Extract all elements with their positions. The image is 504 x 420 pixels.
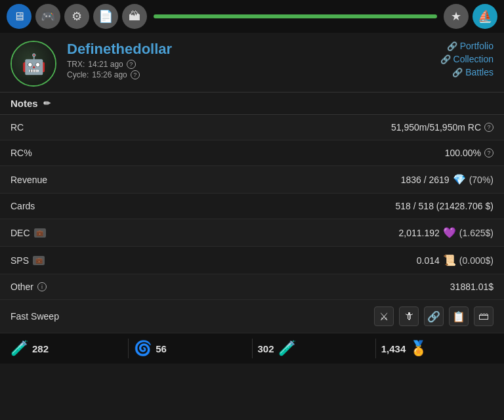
notes-edit-icon[interactable]: ✏: [43, 98, 51, 108]
cycle-meta: Cycle: 15:26 ago ?: [67, 70, 408, 79]
revenue-value: 1836 / 2619 💎 (70%): [401, 173, 494, 186]
bottom-bar: 🧪 282 🌀 56 302 🧪 1,434 🏅: [0, 333, 504, 364]
dec-label: DEC 💼: [10, 228, 46, 238]
progress-bar: [154, 14, 437, 18]
gamepad-nav-btn[interactable]: 🎮: [35, 4, 60, 29]
avatar-image: 🤖: [12, 42, 55, 85]
top-nav: 🖥 🎮 ⚙ 📄 🏔 ★ ⛵: [0, 0, 504, 33]
rc-percent-row: RC% 100.00% ?: [0, 140, 504, 166]
link-icon-battles: 🔗: [452, 68, 463, 77]
count-icon: 🧪: [278, 340, 296, 357]
portfolio-link[interactable]: 🔗 Portfolio: [447, 41, 494, 51]
other-info-icon[interactable]: i: [37, 282, 47, 291]
portfolio-link-label: Portfolio: [460, 41, 494, 51]
rc-value: 51,950m/51,950m RC ?: [391, 122, 494, 133]
revenue-row: Revenue 1836 / 2619 💎 (70%): [0, 166, 504, 194]
rc-percent-info-icon[interactable]: ?: [484, 148, 494, 158]
sps-value: 0.014 📜 (0.000$): [417, 254, 494, 266]
avatar: 🤖: [10, 41, 56, 87]
dec-row: DEC 💼 2,011.192 💜 (1.625$): [0, 219, 504, 247]
notes-label: Notes: [10, 98, 38, 109]
trx-info-icon[interactable]: ?: [127, 60, 136, 69]
count-stat: 302 🧪: [258, 340, 370, 357]
person-nav-btn[interactable]: 🏔: [122, 4, 147, 29]
sweep-icons-group: ⚔ 🗡 🔗 📋 🗃: [374, 306, 494, 326]
rc-info-icon[interactable]: ?: [484, 123, 494, 132]
cards-label: Cards: [10, 201, 35, 211]
sweep-btn-3[interactable]: 🔗: [424, 306, 444, 326]
cycle-info-icon[interactable]: ?: [131, 70, 140, 79]
divider-2: [252, 339, 253, 358]
dec-wallet-icon: 💼: [34, 228, 46, 238]
profile-info: Definethedollar TRX: 14:21 ago ? Cycle: …: [56, 41, 408, 79]
score-icon: 🏅: [410, 340, 427, 357]
rc-label: RC: [10, 122, 24, 133]
link-icon-portfolio: 🔗: [447, 41, 457, 51]
sweep-btn-4[interactable]: 📋: [449, 306, 469, 326]
document-nav-btn[interactable]: 📄: [93, 4, 118, 29]
sweep-btn-5[interactable]: 🗃: [474, 306, 494, 326]
count-value: 302: [258, 343, 274, 354]
spin-icon: 🌀: [134, 340, 152, 357]
sweep-btn-2[interactable]: 🗡: [399, 306, 419, 326]
sps-wallet-icon: 💼: [33, 256, 45, 265]
username: Definethedollar: [67, 41, 408, 58]
rc-percent-value: 100.00% ?: [445, 148, 494, 158]
potion-icon: 🧪: [10, 340, 28, 357]
cycle-label: Cycle:: [67, 70, 89, 79]
score-stat: 1,434 🏅: [381, 340, 494, 357]
trx-time: 14:21 ago: [88, 60, 123, 69]
other-row: Other i 31881.01$: [0, 274, 504, 300]
notes-row: Notes ✏: [0, 93, 504, 115]
spin-value: 56: [156, 343, 167, 354]
trx-meta: TRX: 14:21 ago ?: [67, 60, 408, 69]
fast-sweep-label: Fast Sweep: [10, 311, 59, 322]
fast-sweep-row: Fast Sweep ⚔ 🗡 🔗 📋 🗃: [0, 300, 504, 333]
trx-label: TRX:: [67, 60, 85, 69]
cards-row: Cards 518 / 518 (21428.706 $): [0, 194, 504, 219]
cards-value: 518 / 518 (21428.706 $): [396, 201, 494, 211]
dec-gem-icon: 💜: [443, 226, 456, 239]
potion-stat: 🧪 282: [10, 340, 123, 357]
collection-link-label: Collection: [453, 54, 494, 64]
battles-link[interactable]: 🔗 Battles: [452, 67, 494, 77]
sps-row: SPS 💼 0.014 📜 (0.000$): [0, 247, 504, 274]
spin-stat: 🌀 56: [134, 340, 246, 357]
battles-link-label: Battles: [465, 67, 494, 77]
profile-section: 🤖 Definethedollar TRX: 14:21 ago ? Cycle…: [0, 33, 504, 93]
rc-row: RC 51,950m/51,950m RC ?: [0, 115, 504, 140]
collection-link[interactable]: 🔗 Collection: [440, 54, 494, 64]
link-icon-collection: 🔗: [440, 54, 451, 64]
revenue-gem-icon: 💎: [453, 173, 466, 186]
star-nav-btn[interactable]: ★: [444, 4, 469, 29]
sweep-btn-1[interactable]: ⚔: [374, 306, 394, 326]
cycle-time: 15:26 ago: [92, 70, 127, 79]
other-value: 31881.01$: [450, 282, 494, 292]
flag-nav-btn[interactable]: ⛵: [472, 4, 497, 29]
dec-value: 2,011.192 💜 (1.625$): [399, 226, 494, 239]
divider-1: [128, 339, 129, 358]
monitor-nav-btn[interactable]: 🖥: [7, 4, 32, 29]
rc-percent-label: RC%: [10, 148, 32, 158]
other-label: Other i: [10, 282, 47, 292]
divider-3: [375, 339, 376, 358]
profile-links: 🔗 Portfolio 🔗 Collection 🔗 Battles: [408, 41, 494, 77]
sps-label: SPS 💼: [10, 255, 45, 266]
potion-value: 282: [32, 343, 49, 354]
settings-nav-btn[interactable]: ⚙: [64, 4, 89, 29]
score-value: 1,434: [381, 343, 406, 354]
sps-scroll-icon: 📜: [443, 254, 456, 266]
revenue-label: Revenue: [10, 175, 47, 185]
